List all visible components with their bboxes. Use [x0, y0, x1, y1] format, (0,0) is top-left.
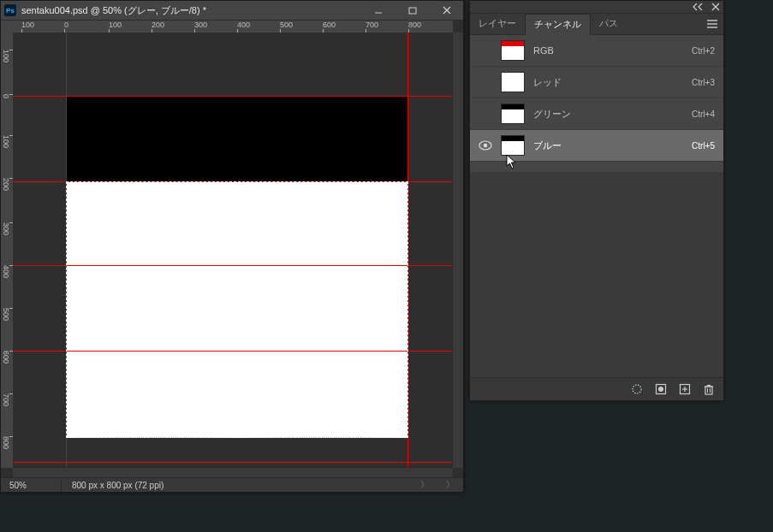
channel-shortcut: Ctrl+4: [692, 109, 715, 119]
ruler-left-label: 100: [2, 135, 10, 148]
channel-shortcut: Ctrl+2: [692, 46, 715, 56]
app-icon: Ps: [4, 4, 16, 16]
maximize-button[interactable]: [400, 3, 425, 18]
channel-thumbnail: [501, 135, 525, 156]
minimize-button[interactable]: [366, 3, 391, 18]
channel-shortcut: Ctrl+3: [692, 78, 715, 87]
panel-footer: [470, 377, 723, 400]
channel-thumbnail: [501, 103, 525, 124]
zoom-level[interactable]: 50%: [1, 478, 62, 492]
save-selection-as-channel-icon[interactable]: [655, 383, 667, 395]
status-bar: 50% 800 px x 800 px (72 ppi) 〉 〉: [1, 477, 463, 492]
tab-layers[interactable]: レイヤー: [470, 14, 525, 34]
svg-point-10: [484, 144, 487, 147]
channel-shortcut: Ctrl+5: [692, 141, 715, 151]
panel-tabs: レイヤー チャンネル パス: [470, 14, 723, 35]
ruler-top-label: 0: [64, 21, 68, 29]
panel-topbar: [470, 1, 723, 14]
delete-channel-icon[interactable]: [703, 383, 715, 395]
new-channel-icon[interactable]: [679, 383, 691, 395]
channel-name: RGB: [533, 45, 683, 56]
ruler-left-label: 200: [2, 178, 10, 191]
collapse-panel-icon[interactable]: [693, 3, 703, 11]
svg-point-11: [633, 385, 641, 393]
guide-vertical[interactable]: [66, 33, 67, 468]
document-title: sentaku004.psd @ 50% (グレー, ブルー/8) *: [21, 4, 366, 17]
tab-paths[interactable]: パス: [591, 14, 627, 34]
ruler-top-label: 200: [152, 21, 164, 29]
channel-name: グリーン: [533, 108, 683, 121]
ruler-top-label: 800: [408, 21, 421, 29]
close-panel-icon[interactable]: [711, 3, 720, 11]
channel-name: レッド: [533, 76, 683, 89]
ruler-top-label: 300: [194, 21, 207, 29]
ruler-left-label: 600: [2, 351, 10, 364]
ruler-top-label: 100: [109, 21, 122, 29]
window-titlebar[interactable]: Ps sentaku004.psd @ 50% (グレー, ブルー/8) *: [1, 1, 463, 21]
canvas-white-area: [66, 181, 408, 438]
ruler-top-label: 500: [280, 21, 293, 29]
svg-point-13: [658, 387, 663, 392]
status-chevron-icon[interactable]: 〉: [412, 479, 437, 491]
svg-rect-1: [409, 8, 416, 14]
ruler-top-label: 400: [237, 21, 250, 29]
ruler-top-label: 100: [21, 21, 34, 29]
guide-horizontal[interactable]: [13, 462, 453, 463]
guide-horizontal[interactable]: [13, 96, 453, 97]
ruler-top-label: 600: [323, 21, 336, 29]
channel-name: ブルー: [533, 139, 683, 152]
guide-horizontal[interactable]: [13, 265, 453, 266]
ruler-origin[interactable]: [1, 21, 14, 33]
vertical-scrollbar[interactable]: [452, 33, 463, 468]
channel-thumbnail: [501, 40, 525, 61]
ruler-left-label: 300: [2, 222, 10, 235]
guide-vertical[interactable]: [407, 33, 408, 468]
status-chevron-icon[interactable]: 〉: [437, 479, 463, 491]
ruler-left-label: 500: [2, 308, 10, 321]
document-window[interactable]: Ps sentaku004.psd @ 50% (グレー, ブルー/8) * 1…: [0, 0, 464, 493]
channel-row[interactable]: ブルーCtrl+5: [470, 130, 723, 162]
channels-empty-area[interactable]: [470, 172, 723, 377]
ruler-left-label: 700: [2, 393, 10, 406]
tab-channels[interactable]: チャンネル: [525, 14, 591, 35]
ruler-left-label: 100: [2, 50, 10, 62]
document-info[interactable]: 800 px x 800 px (72 ppi): [62, 481, 412, 490]
ruler-left-label: 400: [2, 265, 10, 278]
load-channel-selection-icon[interactable]: [631, 383, 643, 395]
ruler-left-label: 800: [2, 436, 10, 449]
svg-rect-17: [705, 387, 712, 394]
channel-thumbnail: [501, 72, 525, 92]
ruler-vertical[interactable]: 1000100200300400500600700800: [1, 33, 14, 468]
channel-row[interactable]: グリーンCtrl+4: [470, 98, 723, 130]
channel-row[interactable]: レッドCtrl+3: [470, 67, 723, 98]
guide-horizontal[interactable]: [13, 181, 453, 182]
panel-menu-icon[interactable]: [701, 15, 723, 34]
ruler-top-label: 700: [366, 21, 378, 29]
canvas-viewport[interactable]: [13, 33, 453, 468]
channel-row[interactable]: RGBCtrl+2: [470, 35, 723, 67]
channels-panel[interactable]: レイヤー チャンネル パス RGBCtrl+2レッドCtrl+3グリーンCtrl…: [469, 0, 724, 401]
guide-horizontal[interactable]: [13, 351, 453, 352]
close-button[interactable]: [434, 3, 460, 18]
channel-visibility-icon[interactable]: [479, 140, 492, 151]
channels-list: RGBCtrl+2レッドCtrl+3グリーンCtrl+4ブルーCtrl+5: [470, 35, 723, 172]
ruler-horizontal[interactable]: 1000100200300400500600700800: [13, 21, 453, 33]
